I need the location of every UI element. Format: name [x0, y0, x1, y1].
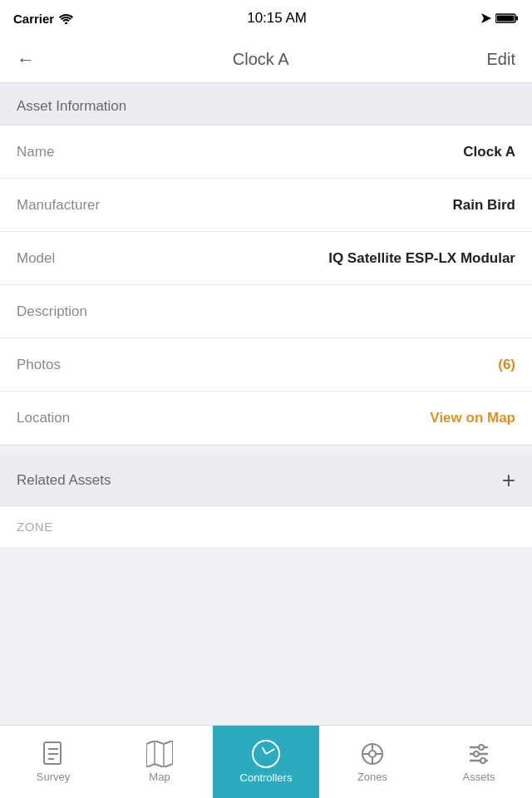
- battery-icon: [495, 12, 519, 24]
- page-title: Clock A: [233, 50, 289, 69]
- tab-controllers[interactable]: Controllers: [213, 726, 319, 798]
- svg-point-21: [479, 745, 484, 750]
- manufacturer-value: Rain Bird: [452, 197, 515, 214]
- status-bar: Carrier 10:15 AM: [0, 0, 532, 37]
- model-value: IQ Satellite ESP-LX Modular: [328, 250, 515, 267]
- table-row[interactable]: Photos (6): [0, 338, 532, 392]
- svg-marker-9: [146, 741, 173, 767]
- manufacturer-label: Manufacturer: [17, 197, 100, 214]
- asset-info-table: Name Clock A Manufacturer Rain Bird Mode…: [0, 125, 532, 446]
- status-carrier: Carrier: [13, 12, 73, 26]
- tab-survey[interactable]: Survey: [0, 726, 106, 798]
- back-button[interactable]: ←: [17, 49, 35, 71]
- related-assets-label: Related Assets: [17, 472, 111, 489]
- table-row[interactable]: Location View on Map: [0, 392, 532, 445]
- name-label: Name: [17, 144, 54, 160]
- assets-label: Assets: [462, 771, 495, 783]
- location-icon: [480, 12, 492, 24]
- description-label: Description: [17, 303, 87, 320]
- map-icon: [146, 741, 173, 767]
- svg-point-0: [65, 22, 67, 24]
- wifi-icon: [59, 13, 73, 24]
- name-value: Clock A: [463, 144, 515, 160]
- photos-value: (6): [498, 357, 515, 373]
- tab-bar: Survey Map Controllers: [0, 725, 532, 798]
- svg-rect-3: [516, 17, 519, 21]
- svg-point-13: [369, 751, 376, 757]
- svg-marker-1: [481, 13, 491, 23]
- nav-bar: ← Clock A Edit: [0, 37, 532, 83]
- tab-assets[interactable]: Assets: [426, 726, 532, 798]
- zone-row-preview: ZONE: [0, 505, 532, 547]
- survey-label: Survey: [37, 771, 70, 783]
- location-value[interactable]: View on Map: [430, 410, 515, 426]
- assets-icon: [466, 741, 491, 767]
- status-time: 10:15 AM: [247, 10, 307, 27]
- table-row: Manufacturer Rain Bird: [0, 179, 532, 232]
- map-label: Map: [149, 771, 170, 783]
- photos-label: Photos: [17, 357, 61, 373]
- table-row: Description: [0, 285, 532, 338]
- svg-point-23: [480, 758, 485, 763]
- survey-icon: [41, 741, 66, 767]
- svg-point-22: [474, 751, 479, 756]
- table-row: Name Clock A: [0, 126, 532, 179]
- related-assets-header: Related Assets +: [0, 456, 532, 505]
- model-label: Model: [17, 250, 55, 267]
- status-right: [480, 12, 519, 24]
- svg-rect-4: [497, 16, 515, 22]
- table-row: Model IQ Satellite ESP-LX Modular: [0, 232, 532, 285]
- controllers-label: Controllers: [240, 771, 293, 784]
- zones-label: Zones: [357, 771, 387, 783]
- add-related-button[interactable]: +: [502, 469, 515, 492]
- zones-icon: [359, 741, 386, 767]
- asset-info-header: Asset Information: [0, 83, 532, 125]
- tab-map[interactable]: Map: [106, 726, 213, 798]
- location-label: Location: [17, 410, 70, 426]
- edit-button[interactable]: Edit: [487, 50, 515, 69]
- tab-zones[interactable]: Zones: [319, 726, 426, 798]
- clock-icon: [252, 740, 280, 768]
